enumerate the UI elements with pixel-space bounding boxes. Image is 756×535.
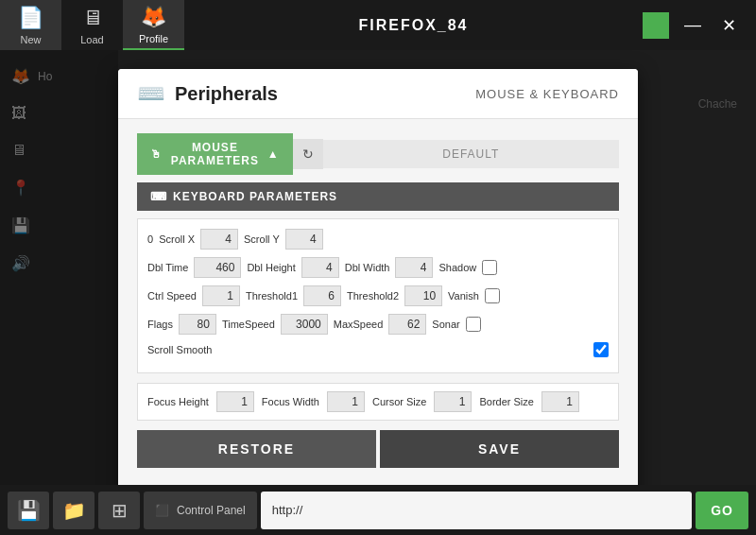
profile-icon: 🦊 — [141, 5, 166, 29]
refresh-icon: ↻ — [302, 147, 314, 162]
mouse-tab[interactable]: 🖱 MOUSE PARAMETERS ▲ — [137, 133, 293, 175]
scroll-x-label: Scroll X — [159, 233, 195, 245]
restore-button[interactable]: RESTORE — [137, 430, 376, 468]
default-label: DEFAULT — [442, 147, 499, 161]
load-button[interactable]: 🖥 Load — [61, 0, 123, 50]
profile-button[interactable]: 🦊 Profile — [123, 0, 184, 50]
flags-label: Flags — [147, 319, 173, 330]
params-grid: 0 Scroll X Scroll Y Dbl Time Dbl Height … — [137, 218, 619, 373]
keyboard-tab-row: ⌨ KEYBOARD PARAMETERS — [137, 182, 619, 211]
taskbar-folder-icon: 📁 — [62, 499, 86, 522]
param-row-2: Ctrl Speed Threshold1 Threshold2 Vanish — [147, 285, 609, 306]
modal-overlay: ⌨️ Peripherals MOUSE & KEYBOARD 🖱 MOUSE … — [0, 50, 756, 485]
shadow-checkbox[interactable] — [482, 260, 497, 275]
minimize-button[interactable]: — — [679, 11, 707, 39]
window-controls: — ✕ — [643, 11, 756, 40]
taskbar-url-input[interactable] — [261, 492, 693, 529]
new-label: New — [20, 34, 41, 45]
taskbar-app-label: Control Panel — [177, 504, 246, 517]
param-row-0: 0 Scroll X Scroll Y — [147, 229, 609, 250]
dbl-time-input[interactable] — [194, 257, 241, 278]
vanish-label: Vanish — [448, 290, 479, 302]
taskbar: 💾 📁 ⊞ ⬛ Control Panel GO — [0, 485, 756, 535]
new-button[interactable]: 📄 New — [0, 0, 61, 50]
dbl-height-label: Dbl Height — [247, 262, 295, 273]
focus-height-label: Focus Height — [147, 396, 209, 407]
threshold1-input[interactable] — [303, 285, 341, 306]
load-label: Load — [80, 34, 103, 45]
taskbar-go-button[interactable]: GO — [696, 492, 748, 529]
maxspeed-label: MaxSpeed — [334, 319, 384, 330]
modal-body: 🖱 MOUSE PARAMETERS ▲ ↻ DEFAULT ⌨ KEYBOAR… — [118, 119, 638, 492]
green-indicator[interactable] — [643, 12, 669, 39]
app-title: FIREFOX_84 — [184, 17, 643, 34]
peripherals-icon: ⌨️ — [137, 80, 165, 107]
focus-height-input[interactable] — [216, 391, 254, 412]
default-tab: DEFAULT — [323, 140, 619, 168]
threshold2-input[interactable] — [404, 285, 442, 306]
cursor-size-input[interactable] — [434, 391, 472, 412]
scroll-smooth-row: Scroll Smooth — [147, 342, 609, 357]
sonar-checkbox[interactable] — [466, 317, 481, 332]
mouse-tab-arrow: ▲ — [267, 147, 280, 161]
taskbar-app-button[interactable]: ⬛ Control Panel — [144, 492, 257, 529]
peripherals-modal: ⌨️ Peripherals MOUSE & KEYBOARD 🖱 MOUSE … — [118, 69, 638, 534]
taskbar-app-icon: ⬛ — [155, 504, 169, 517]
focus-row: Focus Height Focus Width Cursor Size Bor… — [137, 383, 619, 421]
taskbar-grid-icon: ⊞ — [112, 499, 128, 522]
modal-subtitle: MOUSE & KEYBOARD — [475, 87, 619, 101]
close-button[interactable]: ✕ — [716, 11, 742, 40]
keyboard-tab-icon: ⌨ — [150, 190, 167, 203]
zero-label: 0 — [147, 233, 153, 245]
dbl-width-input[interactable] — [395, 257, 433, 278]
param-row-1: Dbl Time Dbl Height Dbl Width Shadow — [147, 257, 609, 278]
load-icon: 🖥 — [82, 6, 103, 30]
keyboard-tab-label: KEYBOARD PARAMETERS — [173, 190, 337, 203]
focus-width-label: Focus Width — [262, 396, 319, 407]
title-bar: 📄 New 🖥 Load 🦊 Profile FIREFOX_84 — ✕ — [0, 0, 756, 50]
modal-header: ⌨️ Peripherals MOUSE & KEYBOARD — [118, 69, 638, 119]
flags-input[interactable] — [179, 314, 216, 335]
threshold1-label: Threshold1 — [246, 290, 298, 302]
scroll-y-input[interactable] — [285, 229, 323, 250]
refresh-button[interactable]: ↻ — [293, 139, 323, 169]
profile-label: Profile — [139, 33, 168, 44]
shadow-label: Shadow — [438, 262, 476, 273]
modal-header-left: ⌨️ Peripherals — [137, 80, 278, 107]
threshold2-label: Threshold2 — [347, 290, 399, 302]
taskbar-folder-button[interactable]: 📁 — [53, 492, 94, 529]
dbl-height-input[interactable] — [301, 257, 339, 278]
save-button[interactable]: SAVE — [380, 430, 619, 468]
vanish-checkbox[interactable] — [485, 288, 500, 303]
sonar-label: Sonar — [432, 319, 459, 330]
scroll-x-input[interactable] — [200, 229, 238, 250]
taskbar-save-button[interactable]: 💾 — [8, 492, 49, 529]
mouse-tab-label: MOUSE PARAMETERS — [168, 141, 262, 167]
taskbar-save-icon: 💾 — [17, 499, 41, 522]
dbl-width-label: Dbl Width — [345, 262, 390, 273]
action-row: RESTORE SAVE — [137, 430, 619, 468]
scroll-smooth-checkbox[interactable] — [593, 342, 609, 357]
focus-width-input[interactable] — [327, 391, 365, 412]
dbl-time-label: Dbl Time — [147, 262, 188, 273]
param-row-3: Flags TimeSpeed MaxSpeed Sonar — [147, 314, 609, 335]
border-size-input[interactable] — [541, 391, 579, 412]
keyboard-tab[interactable]: ⌨ KEYBOARD PARAMETERS — [137, 182, 619, 211]
ctrl-speed-input[interactable] — [202, 285, 240, 306]
tab-row: 🖱 MOUSE PARAMETERS ▲ ↻ DEFAULT — [137, 133, 619, 175]
modal-title: Peripherals — [175, 83, 278, 105]
maxspeed-input[interactable] — [388, 314, 426, 335]
new-icon: 📄 — [18, 6, 43, 30]
border-size-label: Border Size — [479, 396, 533, 407]
taskbar-grid-button[interactable]: ⊞ — [98, 492, 140, 529]
timespeed-label: TimeSpeed — [222, 319, 275, 330]
mouse-tab-icon: 🖱 — [150, 147, 163, 161]
scroll-y-label: Scroll Y — [244, 233, 280, 245]
ctrl-speed-label: Ctrl Speed — [147, 290, 197, 302]
scroll-smooth-label: Scroll Smooth — [147, 344, 588, 355]
timespeed-input[interactable] — [281, 314, 328, 335]
cursor-size-label: Cursor Size — [372, 396, 426, 407]
